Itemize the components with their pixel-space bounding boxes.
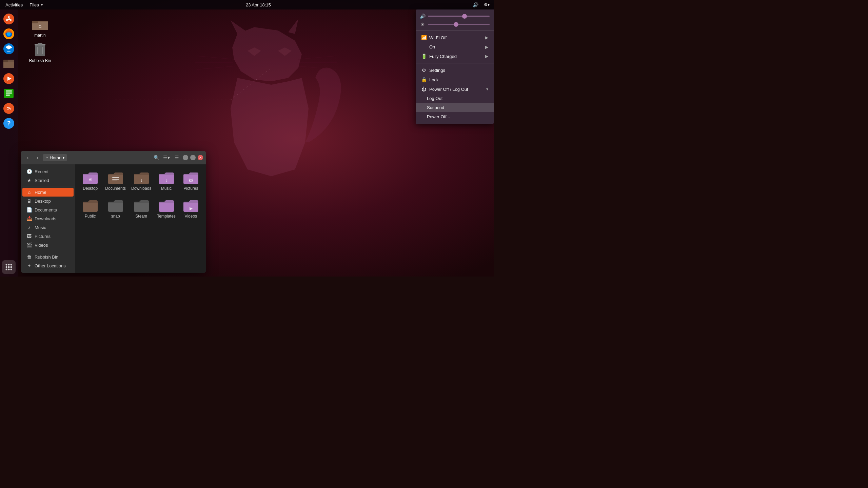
sidebar-item-recent[interactable]: 🕐 Recent [22, 167, 74, 176]
recent-icon: 🕐 [26, 169, 32, 174]
fm-titlebar: ‹ › ⌂ Home ▾ 🔍 ☰▾ ☰ ✕ [21, 151, 206, 164]
sp-on-item[interactable]: On ▶ [416, 42, 494, 52]
fm-home-icon: ⌂ [45, 155, 48, 160]
sidebar-item-downloads[interactable]: 📥 Downloads [22, 214, 74, 223]
fm-maximize-button[interactable] [190, 155, 196, 160]
sidebar-item-documents[interactable]: 📄 Documents [22, 205, 74, 214]
fm-close-button[interactable]: ✕ [198, 155, 203, 160]
svg-text:⌂: ⌂ [38, 23, 42, 29]
dock-item-firefox[interactable] [2, 27, 16, 41]
folder-desktop-icon: 🖥 [82, 171, 98, 185]
sp-lock-label: Lock [429, 77, 438, 82]
sp-on-arrow: ▶ [485, 45, 488, 49]
settings-icon: ⚙ [421, 67, 427, 73]
sp-power-submenu: Log Out Suspend Power Off... [416, 94, 494, 121]
sp-battery-item[interactable]: 🔋 Fully Charged ▶ [416, 52, 494, 61]
sp-power-label: Power Off / Log Out [429, 87, 468, 92]
sidebar-item-videos[interactable]: 🎬 Videos [22, 241, 74, 249]
volume-row: 🔊 [416, 12, 494, 20]
fm-location-bar[interactable]: ⌂ Home ▾ [43, 154, 67, 161]
sp-poweroff-item[interactable]: Power Off... [416, 112, 494, 121]
folder-documents-icon [107, 171, 124, 185]
folder-item-public[interactable]: Public [79, 196, 101, 221]
sidebar-item-trash[interactable]: 🗑 Rubbish Bin [22, 252, 74, 261]
show-apps-button[interactable] [2, 260, 16, 274]
brightness-slider[interactable] [428, 24, 490, 25]
sp-settings-item[interactable]: ⚙ Settings [416, 65, 494, 75]
sidebar-item-other[interactable]: + Other Locations [22, 261, 74, 270]
sidebar-item-desktop[interactable]: 🖥 Desktop [22, 197, 74, 205]
volume-icon[interactable]: 🔊 [471, 2, 480, 7]
folder-item-videos[interactable]: ▶ Videos [180, 196, 202, 221]
sidebar-item-music[interactable]: ♪ Music [22, 223, 74, 232]
sidebar-separator-1 [21, 186, 75, 186]
dock: 🛍 ? [0, 9, 18, 277]
folder-item-downloads[interactable]: ↓ Downloads [130, 168, 153, 194]
sp-suspend-item[interactable]: Suspend [416, 103, 494, 112]
downloads-icon: 📥 [26, 216, 32, 221]
folder-item-snap[interactable]: snap [104, 196, 127, 221]
system-panel: 🔊 ☀ 📶 Wi-Fi Off ▶ On ▶ 🔋 Fully Charged ▶… [416, 9, 494, 124]
svg-rect-55 [38, 43, 42, 45]
system-tray[interactable]: ⚙▾ [482, 2, 491, 7]
sp-suspend-label: Suspend [427, 105, 444, 110]
svg-point-20 [10, 20, 11, 20]
sidebar-recent-label: Recent [35, 169, 48, 174]
fm-content: 🖥 Desktop Documents [75, 164, 206, 273]
sp-logout-label: Log Out [427, 96, 442, 101]
dock-item-libreoffice[interactable] [2, 87, 16, 100]
fm-sidebar: 🕐 Recent ★ Starred ⌂ Home 🖥 Desktop 📄 [21, 164, 75, 273]
fm-minimize-button[interactable] [183, 155, 188, 160]
folder-item-documents[interactable]: Documents [104, 168, 127, 194]
svg-text:▶: ▶ [189, 206, 193, 211]
folder-item-music[interactable]: ♪ Music [155, 168, 177, 194]
dock-item-ubuntu[interactable] [2, 12, 16, 26]
sidebar-item-home[interactable]: ⌂ Home [22, 188, 74, 197]
dock-item-rhythmbox[interactable] [2, 72, 16, 85]
desktop-icon-martin-label: martin [34, 33, 45, 38]
topbar: Activities Files ▾ 23 Apr 18:15 🔊 ⚙▾ [0, 0, 494, 9]
fm-back-button[interactable]: ‹ [24, 154, 32, 162]
folder-item-pictures[interactable]: 🖼 Pictures [180, 168, 202, 194]
sidebar-item-starred[interactable]: ★ Starred [22, 176, 74, 185]
folder-music-icon: ♪ [158, 171, 175, 185]
sidebar-music-label: Music [35, 225, 46, 230]
fm-view-button[interactable]: ☰▾ [162, 154, 171, 162]
home-icon: ⌂ [26, 189, 32, 195]
dock-item-software[interactable]: 🛍 [2, 102, 16, 115]
ubuntu-logo [3, 14, 14, 24]
sp-divider-1 [416, 30, 494, 31]
sp-power-item[interactable]: ⏻ Power Off / Log Out ▾ [416, 84, 494, 94]
folder-item-templates[interactable]: Templates [155, 196, 177, 221]
sp-wifi-item[interactable]: 📶 Wi-Fi Off ▶ [416, 33, 494, 42]
folder-public-label: Public [85, 214, 96, 219]
sidebar-item-pictures[interactable]: 🖼 Pictures [22, 232, 74, 241]
sp-lock-item[interactable]: 🔒 Lock [416, 75, 494, 84]
dock-item-files[interactable] [2, 57, 16, 70]
svg-rect-28 [3, 62, 14, 68]
fm-menu-button[interactable]: ☰ [173, 154, 181, 162]
dock-item-thunderbird[interactable] [2, 42, 16, 56]
sp-on-label: On [429, 44, 435, 49]
desktop-icon-martin[interactable]: ⌂ martin [26, 15, 54, 38]
fm-forward-button[interactable]: › [33, 154, 41, 162]
volume-slider[interactable] [428, 16, 490, 17]
sidebar-trash-label: Rubbish Bin [35, 255, 58, 260]
folder-item-steam[interactable]: Steam [130, 196, 153, 221]
desktop-icon-rubbish[interactable]: Rubbish Bin [26, 41, 54, 63]
folder-item-desktop[interactable]: 🖥 Desktop [79, 168, 101, 194]
desktop-icon: 🖥 [26, 198, 32, 204]
topbar-datetime: 23 Apr 18:15 [45, 2, 471, 7]
activities-button[interactable]: Activities [3, 0, 25, 9]
fm-search-button[interactable]: 🔍 [152, 154, 160, 162]
sp-logout-item[interactable]: Log Out [416, 94, 494, 103]
sp-settings-label: Settings [429, 68, 445, 73]
dock-item-help[interactable]: ? [2, 117, 16, 130]
sidebar-other-label: Other Locations [35, 263, 66, 268]
folder-videos-label: Videos [185, 214, 197, 219]
files-menu-button[interactable]: Files ▾ [27, 0, 45, 9]
sp-wifi-label: Wi-Fi Off [429, 35, 447, 40]
folder-snap-icon [107, 199, 124, 212]
svg-point-21 [6, 20, 7, 20]
svg-point-47 [8, 269, 10, 270]
